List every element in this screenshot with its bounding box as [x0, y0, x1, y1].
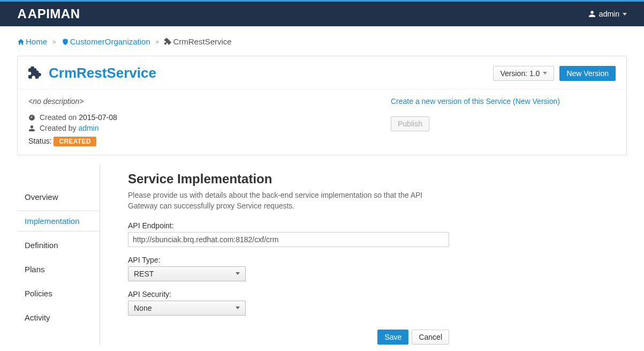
created-by: Created by admin [28, 124, 369, 132]
save-button[interactable]: Save [377, 330, 408, 345]
puzzle-icon [164, 38, 172, 46]
created-by-link[interactable]: admin [78, 124, 99, 132]
user-icon [28, 125, 35, 132]
main-content: Service Implementation Please provide us… [100, 165, 453, 345]
brand-text: APIMAN [28, 6, 80, 21]
section-heading: Service Implementation [128, 171, 453, 186]
brand-logo: AAPIMAN [17, 6, 80, 21]
service-panel: CrmRestService Version: 1.0 New Version … [17, 56, 627, 155]
tab-plans[interactable]: Plans [17, 259, 100, 280]
api-type-label: API Type: [128, 256, 453, 264]
service-name: CrmRestService [49, 65, 156, 81]
cancel-button[interactable]: Cancel [412, 330, 449, 345]
breadcrumb-org[interactable]: CustomerOrganization [62, 37, 150, 46]
tab-activity[interactable]: Activity [17, 307, 100, 328]
new-version-help-link[interactable]: Create a new version of this Service (Ne… [391, 97, 616, 106]
api-type-select[interactable]: REST [128, 266, 246, 281]
user-name: admin [599, 10, 619, 18]
api-security-select[interactable]: None [128, 301, 246, 316]
top-navbar: AAPIMAN admin [0, 2, 644, 26]
breadcrumb: Home » CustomerOrganization » CrmRestSer… [17, 37, 627, 46]
chevron-down-icon [236, 307, 240, 309]
user-menu[interactable]: admin [588, 10, 627, 18]
sidebar-tabs: Overview Implementation Definition Plans… [17, 165, 100, 345]
service-description: <no description> [28, 97, 369, 106]
status-badge: CREATED [54, 137, 96, 146]
endpoint-label: API Endpoint: [128, 221, 453, 230]
new-version-button[interactable]: New Version [559, 66, 616, 81]
tab-policies[interactable]: Policies [17, 283, 100, 304]
chevron-down-icon [543, 72, 547, 74]
section-description: Please provide us with details about the… [128, 190, 453, 212]
api-endpoint-input[interactable] [128, 232, 449, 247]
chevron-down-icon [623, 13, 627, 16]
breadcrumb-current: CrmRestService [164, 37, 231, 46]
created-on: Created on 2015-07-08 [28, 113, 369, 122]
status: Status: CREATED [28, 137, 369, 146]
tab-implementation[interactable]: Implementation [17, 211, 100, 231]
api-security-label: API Security: [128, 290, 453, 298]
chevron-down-icon [236, 272, 240, 275]
breadcrumb-home[interactable]: Home [17, 37, 47, 46]
puzzle-icon [28, 66, 42, 80]
home-icon [17, 38, 25, 46]
tab-definition[interactable]: Definition [17, 235, 100, 256]
user-icon [588, 10, 596, 18]
tab-overview[interactable]: Overview [17, 186, 100, 207]
version-dropdown[interactable]: Version: 1.0 [493, 66, 554, 81]
service-title: CrmRestService [28, 65, 156, 81]
clock-icon [28, 114, 35, 121]
publish-button[interactable]: Publish [391, 116, 429, 131]
shield-icon [62, 38, 69, 46]
